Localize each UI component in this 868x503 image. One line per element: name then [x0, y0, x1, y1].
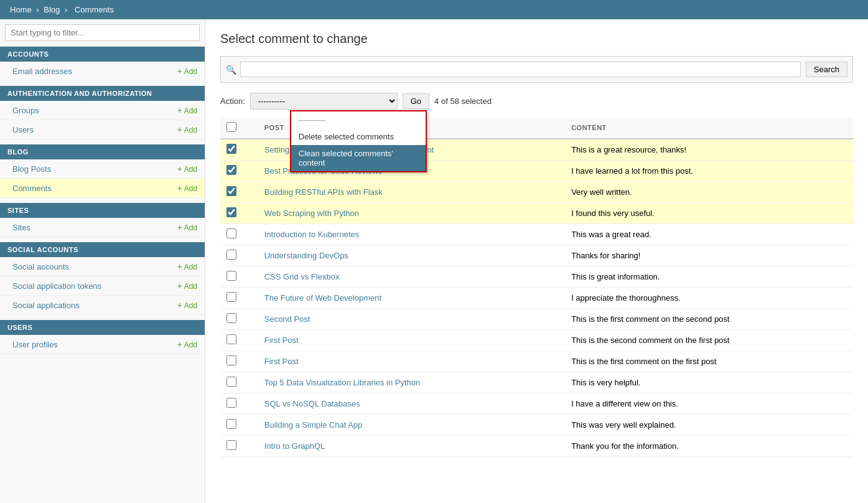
row-checkbox-3 [220, 182, 258, 203]
row-content-12: This is very helpful. [565, 372, 853, 393]
checkbox-13[interactable] [226, 398, 236, 408]
sidebar-item-social-application-tokens[interactable]: Social application tokens+ Add [0, 276, 205, 296]
sidebar-item-comments[interactable]: Comments+ Add [0, 179, 205, 198]
sidebar-item-label-user-profiles[interactable]: User profiles [12, 340, 58, 349]
sidebar-item-users[interactable]: Users+ Add [0, 120, 205, 139]
sidebar-add-blog-posts[interactable]: + Add [177, 164, 197, 174]
checkbox-15[interactable] [226, 440, 236, 450]
table-row: Understanding DevOpsThanks for sharing! [220, 245, 853, 266]
post-link-9[interactable]: Second Post [264, 314, 310, 324]
table-row: Web Scraping with PythonI found this ver… [220, 203, 853, 224]
sidebar-item-social-accounts-item[interactable]: Social accounts+ Add [0, 257, 205, 276]
post-link-5[interactable]: Introduction to Kubernetes [264, 230, 360, 239]
checkbox-14[interactable] [226, 419, 236, 429]
sidebar-add-users[interactable]: + Add [177, 125, 197, 134]
checkbox-7[interactable] [226, 271, 236, 281]
row-content-13: I have a different view on this. [565, 393, 853, 415]
row-post-15: Intro to GraphQL [258, 436, 565, 457]
dropdown-item-delete[interactable]: Delete selected comments [291, 128, 426, 145]
post-link-6[interactable]: Understanding DevOps [264, 251, 348, 260]
row-post-12: Top 5 Data Visualization Libraries in Py… [258, 372, 565, 393]
post-link-3[interactable]: Building RESTful APIs with Flask [264, 187, 383, 197]
select-all-checkbox[interactable] [226, 122, 236, 132]
post-link-10[interactable]: First Post [264, 336, 299, 345]
sidebar-item-sites[interactable]: Sites+ Add [0, 218, 205, 237]
sidebar-add-sites[interactable]: + Add [177, 222, 197, 232]
sidebar-item-groups[interactable]: Groups+ Add [0, 101, 205, 120]
checkbox-2[interactable] [226, 165, 236, 175]
search-button[interactable]: Search [806, 62, 847, 77]
row-content-9: This is the first comment on the second … [565, 309, 853, 330]
sidebar-filter-input[interactable] [5, 24, 200, 41]
action-select-wrapper: ---------- Delete selected comments Clea… [250, 93, 398, 110]
row-post-3: Building RESTful APIs with Flask [258, 182, 565, 203]
table-row: CSS Grid vs FlexboxThis is great informa… [220, 266, 853, 288]
row-post-8: The Future of Web Development [258, 288, 565, 309]
table-row: Intro to GraphQLThank you for the inform… [220, 436, 853, 457]
sidebar-add-groups[interactable]: + Add [177, 105, 197, 115]
checkbox-12[interactable] [226, 377, 236, 387]
sidebar-item-label-sites[interactable]: Sites [12, 223, 30, 232]
sidebar-item-label-social-applications[interactable]: Social applications [12, 301, 80, 310]
sidebar-item-social-applications[interactable]: Social applications+ Add [0, 296, 205, 315]
sidebar-item-label-comments[interactable]: Comments [12, 184, 52, 193]
row-post-7: CSS Grid vs Flexbox [258, 266, 565, 288]
row-content-14: This was very well explained. [565, 415, 853, 436]
sidebar-section-social-accounts: SOCIAL ACCOUNTS [0, 242, 205, 257]
checkbox-10[interactable] [226, 334, 236, 344]
row-content-2: I have learned a lot from this post. [565, 161, 853, 182]
table-row: First PostThis is the first comment on t… [220, 351, 853, 372]
sidebar-add-social-application-tokens[interactable]: + Add [177, 281, 197, 291]
sidebar-item-label-blog-posts[interactable]: Blog Posts [12, 164, 51, 174]
action-select[interactable]: ---------- Delete selected comments Clea… [250, 93, 398, 110]
sidebar-add-email-addresses[interactable]: + Add [177, 66, 197, 76]
sidebar-add-social-accounts-item[interactable]: + Add [177, 261, 197, 271]
sidebar-item-label-email-addresses[interactable]: Email addresses [12, 67, 72, 76]
row-content-6: Thanks for sharing! [565, 245, 853, 266]
row-post-9: Second Post [258, 309, 565, 330]
sidebar-add-social-applications[interactable]: + Add [177, 300, 197, 310]
go-button[interactable]: Go [403, 93, 429, 109]
checkbox-4[interactable] [226, 207, 236, 217]
sidebar-filter-container [0, 19, 205, 47]
breadcrumb-home[interactable]: Home [10, 5, 32, 14]
row-post-10: First Post [258, 330, 565, 351]
breadcrumb-current: Comments [75, 5, 114, 14]
checkbox-11[interactable] [226, 355, 236, 365]
sidebar-add-comments[interactable]: + Add [177, 183, 197, 193]
col-content: CONTENT [565, 117, 853, 139]
post-link-14[interactable]: Building a Simple Chat App [264, 420, 363, 430]
row-post-4: Web Scraping with Python [258, 203, 565, 224]
row-checkbox-14 [220, 415, 258, 436]
search-input[interactable] [240, 62, 801, 77]
sidebar-item-label-users[interactable]: Users [12, 125, 34, 134]
sidebar-add-user-profiles[interactable]: + Add [177, 339, 197, 349]
sidebar-section-auth: AUTHENTICATION AND AUTHORIZATION [0, 86, 205, 101]
post-link-12[interactable]: Top 5 Data Visualization Libraries in Py… [264, 378, 421, 387]
table-row: First PostThis is the second comment on … [220, 330, 853, 351]
checkbox-9[interactable] [226, 313, 236, 323]
post-link-13[interactable]: SQL vs NoSQL Databases [264, 399, 360, 408]
sidebar-item-label-groups[interactable]: Groups [12, 106, 39, 115]
sidebar-item-blog-posts[interactable]: Blog Posts+ Add [0, 159, 205, 179]
sidebar-item-label-social-accounts-item[interactable]: Social accounts [12, 262, 69, 271]
table-row: Top 5 Data Visualization Libraries in Py… [220, 372, 853, 393]
post-link-7[interactable]: CSS Grid vs Flexbox [264, 272, 340, 281]
checkbox-8[interactable] [226, 292, 236, 302]
checkbox-6[interactable] [226, 250, 236, 260]
row-content-7: This is great information. [565, 266, 853, 288]
sidebar-item-label-social-application-tokens[interactable]: Social application tokens [12, 281, 101, 291]
post-link-11[interactable]: First Post [264, 357, 299, 366]
sidebar-item-email-addresses[interactable]: Email addresses+ Add [0, 62, 205, 81]
post-link-15[interactable]: Intro to GraphQL [264, 441, 325, 451]
dropdown-item-clean[interactable]: Clean selected comments' content [291, 145, 426, 171]
checkbox-1[interactable] [226, 144, 236, 154]
checkbox-5[interactable] [226, 228, 236, 238]
post-link-8[interactable]: The Future of Web Development [264, 293, 381, 303]
checkbox-3[interactable] [226, 186, 236, 196]
breadcrumb-blog[interactable]: Blog [44, 5, 60, 14]
dropdown-item-empty[interactable]: ---------- [291, 111, 426, 128]
post-link-4[interactable]: Web Scraping with Python [264, 209, 359, 218]
sidebar-item-user-profiles[interactable]: User profiles+ Add [0, 335, 205, 354]
row-checkbox-9 [220, 309, 258, 330]
